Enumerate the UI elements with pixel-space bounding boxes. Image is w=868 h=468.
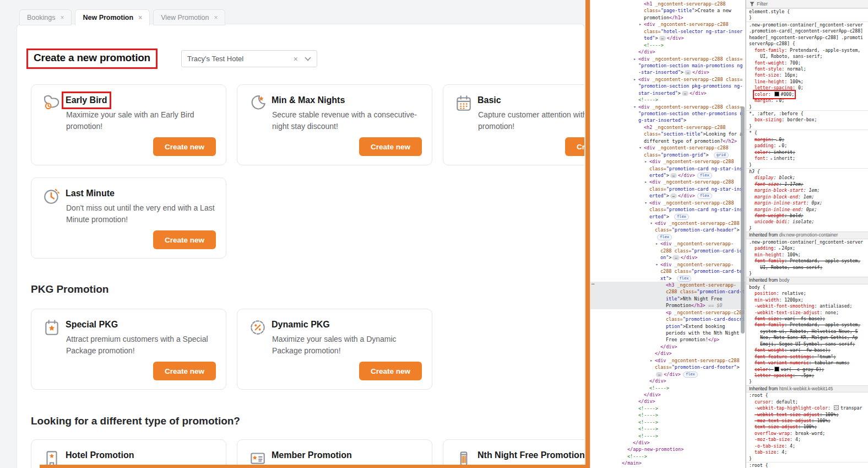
- create-new-button[interactable]: Create new: [565, 137, 585, 156]
- devtools-style-line[interactable]: font-style: normal;: [746, 66, 868, 72]
- devtools-element-line[interactable]: "promotion-section pkg-promotions ng-: [590, 83, 745, 89]
- flex-badge[interactable]: flex: [677, 276, 692, 282]
- devtools-style-line[interactable]: }: [746, 15, 868, 21]
- twistie-collapsed-icon[interactable]: ▸: [639, 21, 644, 28]
- devtools-element-line[interactable]: </div>: [590, 378, 745, 384]
- devtools-element-line[interactable]: </div>: [590, 49, 745, 55]
- styles-inherited-header[interactable]: Inherited from html.k-webkit.k-webkit145: [746, 385, 868, 392]
- devtools-element-line[interactable]: <p _ngcontent-serverapp-c288: [590, 309, 745, 316]
- twistie-collapsed-icon[interactable]: ▸: [634, 56, 638, 62]
- tab-view-promotion[interactable]: View Promotion×: [153, 9, 225, 25]
- devtools-element-line[interactable]: <h3 _ngcontent-serverapp-: [590, 282, 745, 288]
- twistie-expanded-icon[interactable]: ▾: [650, 220, 655, 227]
- devtools-element-line[interactable]: ▸<div _ngcontent-serverapp-c288 class=: [590, 76, 745, 83]
- collapsed-content-icon[interactable]: …: [682, 91, 688, 96]
- twistie-collapsed-icon[interactable]: ▸: [645, 158, 649, 165]
- devtools-element-line[interactable]: class="promotion-card ng-star-ins: [590, 165, 745, 172]
- devtools-style-line[interactable]: UI, Roboto, sans-serif;: [746, 53, 868, 60]
- devtools-element-line[interactable]: …</div>flex: [590, 371, 745, 378]
- devtools-style-line[interactable]: font-family: Pretendard, -apple-system,: [746, 258, 868, 264]
- devtools-style-line[interactable]: }: [746, 104, 868, 110]
- flex-badge[interactable]: flex: [697, 193, 712, 199]
- devtools-element-line[interactable]: ted">…</div>: [590, 35, 745, 41]
- devtools-style-line[interactable]: serverApp-c288] {: [746, 41, 868, 47]
- devtools-element-line[interactable]: <!---->: [590, 453, 745, 460]
- devtools-element-line[interactable]: star-inserted">…</div>: [590, 90, 745, 96]
- devtools-style-line[interactable]: margin: ▸ 0;: [746, 137, 868, 143]
- devtools-style-line[interactable]: color: var(--c-gray-6);: [746, 367, 868, 373]
- devtools-style-line[interactable]: overflow-wrap: break-word;: [746, 431, 868, 437]
- devtools-element-line[interactable]: <!---->: [590, 433, 745, 439]
- devtools-style-line[interactable]: margin-inline-start: 0px;: [746, 200, 868, 206]
- styles-inherited-header[interactable]: Inherited from body: [746, 277, 868, 284]
- devtools-style-line[interactable]: cursor: default;: [746, 399, 868, 405]
- devtools-style-line[interactable]: unicode-bidi: isolate;: [746, 219, 868, 225]
- devtools-element-line[interactable]: ▾<div _ngcontent-serverapp-c288: [590, 144, 745, 151]
- devtools-element-line[interactable]: <!---->: [590, 405, 745, 412]
- twistie-collapsed-icon[interactable]: ▸: [634, 76, 638, 83]
- more-actions-icon[interactable]: …: [592, 280, 595, 286]
- devtools-style-line[interactable]: .promotion-card[_ngcontent-serverApp-c28…: [746, 28, 868, 34]
- devtools-style-line[interactable]: font: ▸ inherit;: [746, 155, 868, 162]
- styles-inherited-header[interactable]: Inherited from div.new-promotion-contain…: [746, 232, 868, 239]
- page-scrollbar[interactable]: [585, 0, 590, 468]
- devtools-style-line[interactable]: font-feature-settings: "tnum";: [746, 354, 868, 360]
- devtools-element-line[interactable]: ▸<div _ngcontent-serverapp-c288: [590, 179, 745, 185]
- devtools-style-line[interactable]: font-family: Pretendard, -apple-system,: [746, 47, 868, 53]
- create-new-button[interactable]: Create new: [359, 362, 422, 380]
- devtools-element-line[interactable]: g-star-inserted">: [590, 117, 745, 123]
- devtools-element-line[interactable]: ▸<div _ngcontent-serverapp-c288: [590, 357, 745, 364]
- devtools-style-line[interactable]: UI, Roboto, sans-serif;: [746, 265, 868, 271]
- devtools-style-line[interactable]: }: [746, 162, 868, 168]
- styles-filter-bar[interactable]: Filter: [746, 0, 868, 8]
- devtools-style-line[interactable]: font-family: Pretendard, -apple-system,: [746, 322, 868, 328]
- devtools-element-line[interactable]: </main>: [590, 460, 745, 466]
- devtools-element-line[interactable]: </app-new-promotion>: [590, 446, 745, 453]
- devtools-style-line[interactable]: }: [746, 456, 868, 462]
- devtools-style-line[interactable]: text-size-adjust: 100%;: [746, 424, 868, 430]
- tab-close-icon[interactable]: ×: [214, 14, 218, 21]
- twistie-collapsed-icon[interactable]: ▸: [656, 240, 660, 247]
- devtools-element-line[interactable]: class="promotion-card-header">: [590, 227, 745, 233]
- collapsed-content-icon[interactable]: …: [659, 36, 666, 41]
- devtools-style-line[interactable]: box-sizing: border-box;: [746, 117, 868, 123]
- tab-bookings[interactable]: Bookings×: [19, 9, 72, 25]
- devtools-style-line[interactable]: letter-spacing: 0;: [746, 85, 868, 91]
- devtools-style-line[interactable]: :root {: [746, 462, 868, 468]
- devtools-style-line[interactable]: header[_ngcontent-serverApp-c288] .promo…: [746, 35, 868, 41]
- devtools-element-line[interactable]: </div>: [590, 391, 745, 398]
- devtools-style-line[interactable]: }: [746, 271, 868, 277]
- devtools-element-line[interactable]: ▸<div _ngcontent-serverapp-c288: [590, 21, 745, 28]
- devtools-style-line[interactable]: tab-size: 4;: [746, 449, 868, 455]
- devtools-element-line[interactable]: class="promotion-card-footer">: [590, 364, 745, 370]
- devtools-style-line[interactable]: body {: [746, 284, 868, 291]
- devtools-element-line[interactable]: on">…</div>: [590, 254, 745, 261]
- devtools-style-line[interactable]: color: #000;: [746, 92, 868, 98]
- twistie-expanded-icon[interactable]: ▾: [639, 144, 644, 151]
- devtools-element-line[interactable]: erted">…</div>flex: [590, 192, 745, 199]
- grid-badge[interactable]: grid: [714, 152, 729, 158]
- devtools-style-line[interactable]: margin-block-start: 1em;: [746, 187, 868, 193]
- devtools-element-line[interactable]: class="promotion-grid"> grid: [590, 152, 745, 158]
- devtools-style-line[interactable]: -webkit-font-smoothing: antialiased;: [746, 303, 868, 309]
- collapsed-content-icon[interactable]: …: [672, 255, 679, 260]
- devtools-element-line[interactable]: "promotion-section other-promotions n: [590, 110, 745, 117]
- clear-icon[interactable]: ×: [294, 55, 298, 63]
- twistie-expanded-icon[interactable]: ▾: [645, 200, 649, 206]
- devtools-element-line[interactable]: <!---->: [590, 385, 745, 391]
- devtools-element-line[interactable]: Promotion</h3> == $0: [590, 302, 745, 309]
- twistie-collapsed-icon[interactable]: ▸: [650, 357, 655, 364]
- devtools-style-line[interactable]: position: relative;: [746, 291, 868, 297]
- create-new-button[interactable]: Create new: [153, 362, 216, 380]
- devtools-style-line[interactable]: margin: ▸ 0;: [746, 98, 868, 104]
- tab-new-promotion[interactable]: New Promotion×: [75, 9, 150, 26]
- devtools-element-line[interactable]: class="promotion-card ng-star-ins: [590, 206, 745, 213]
- devtools-element-line[interactable]: flex: [590, 234, 745, 240]
- devtools-element-line[interactable]: ▾<div _ngcontent-serverapp-c288: [590, 200, 745, 206]
- devtools-element-line[interactable]: <!---->: [590, 412, 745, 418]
- collapsed-content-icon[interactable]: …: [670, 173, 677, 178]
- devtools-style-line[interactable]: line-height: 100%;: [746, 79, 868, 85]
- devtools-element-line[interactable]: erted">…</div>flex: [590, 172, 745, 179]
- devtools-style-line[interactable]: .new-promotion-container[_ngcontent-serv…: [746, 239, 868, 245]
- devtools-element-line[interactable]: </div>: [590, 350, 745, 357]
